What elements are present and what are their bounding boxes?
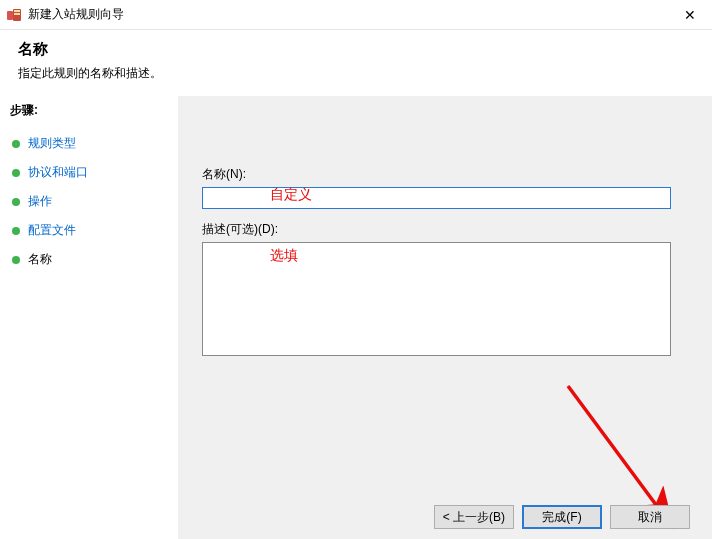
window-title: 新建入站规则向导 bbox=[28, 6, 124, 23]
bullet-icon bbox=[12, 140, 20, 148]
steps-heading: 步骤: bbox=[10, 102, 168, 119]
svg-rect-3 bbox=[14, 13, 20, 15]
page-subtitle: 指定此规则的名称和描述。 bbox=[18, 65, 694, 82]
step-label: 规则类型 bbox=[28, 135, 76, 152]
name-label: 名称(N): bbox=[202, 166, 688, 183]
back-button[interactable]: < 上一步(B) bbox=[434, 505, 514, 529]
titlebar: 新建入站规则向导 ✕ bbox=[0, 0, 712, 30]
app-icon bbox=[6, 7, 22, 23]
step-label: 操作 bbox=[28, 193, 52, 210]
step-profile[interactable]: 配置文件 bbox=[10, 216, 168, 245]
bullet-icon bbox=[12, 198, 20, 206]
step-rule-type[interactable]: 规则类型 bbox=[10, 129, 168, 158]
wizard-buttons: < 上一步(B) 完成(F) 取消 bbox=[434, 505, 690, 529]
svg-rect-2 bbox=[14, 10, 20, 12]
finish-button[interactable]: 完成(F) bbox=[522, 505, 602, 529]
steps-sidebar: 步骤: 规则类型 协议和端口 操作 配置文件 名称 bbox=[0, 96, 178, 539]
svg-line-4 bbox=[568, 386, 668, 521]
close-button[interactable]: ✕ bbox=[667, 0, 712, 30]
name-input[interactable] bbox=[202, 187, 671, 209]
bullet-icon bbox=[12, 227, 20, 235]
main-panel: 名称(N): 描述(可选)(D): 自定义 选填 < 上一步(B) 完成(F) … bbox=[178, 96, 712, 539]
bullet-icon bbox=[12, 256, 20, 264]
step-protocol-port[interactable]: 协议和端口 bbox=[10, 158, 168, 187]
step-label: 名称 bbox=[28, 251, 52, 268]
svg-rect-0 bbox=[7, 11, 13, 20]
close-icon: ✕ bbox=[684, 7, 696, 23]
description-label: 描述(可选)(D): bbox=[202, 221, 688, 238]
step-name[interactable]: 名称 bbox=[10, 245, 168, 274]
description-textarea[interactable] bbox=[202, 242, 671, 356]
bullet-icon bbox=[12, 169, 20, 177]
page-title: 名称 bbox=[18, 40, 694, 59]
cancel-button[interactable]: 取消 bbox=[610, 505, 690, 529]
wizard-header: 名称 指定此规则的名称和描述。 bbox=[0, 30, 712, 96]
step-label: 配置文件 bbox=[28, 222, 76, 239]
step-label: 协议和端口 bbox=[28, 164, 88, 181]
step-action[interactable]: 操作 bbox=[10, 187, 168, 216]
